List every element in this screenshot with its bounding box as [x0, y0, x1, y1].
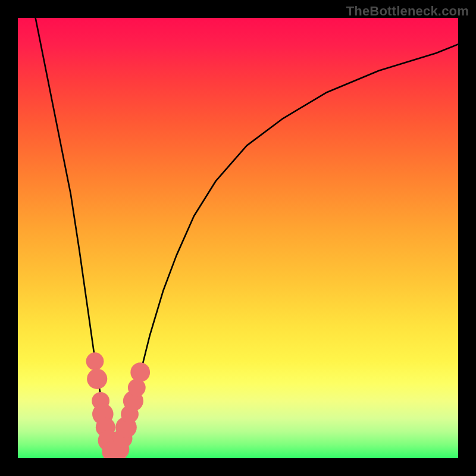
curve-layer: [36, 18, 458, 458]
markers-layer: [86, 352, 151, 458]
data-marker: [130, 362, 150, 382]
chart-frame: TheBottleneck.com: [0, 0, 476, 476]
chart-svg: [18, 18, 458, 458]
watermark-text: TheBottleneck.com: [346, 4, 469, 19]
bottleneck-curve: [36, 18, 458, 458]
data-marker: [86, 352, 104, 370]
data-marker: [87, 369, 107, 389]
plot-area: [18, 18, 458, 458]
